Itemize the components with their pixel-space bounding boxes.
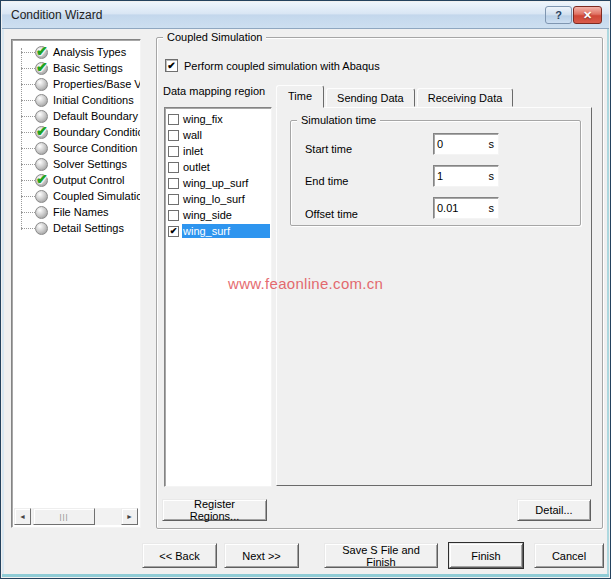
step-status-icon	[35, 62, 48, 75]
region-checkbox[interactable]	[168, 178, 179, 189]
step-status-icon	[35, 158, 48, 171]
tab-time[interactable]: Time	[276, 85, 324, 108]
tree-item-coupled-simulation[interactable]: Coupled Simulatio	[12, 188, 140, 204]
region-item-inlet[interactable]: inlet	[166, 143, 270, 159]
perform-coupled-label: Perform coupled simulation with Abaqus	[184, 60, 380, 72]
titlebar[interactable]: Condition Wizard ? ✕	[2, 2, 609, 29]
region-checkbox[interactable]	[168, 162, 179, 173]
region-item-wing-side[interactable]: wing_side	[166, 207, 270, 223]
scroll-right-button[interactable]: ►	[121, 508, 138, 525]
step-status-icon	[35, 142, 48, 155]
coupled-simulation-group-label: Coupled Simulation	[163, 31, 266, 44]
region-checkbox[interactable]: ✔	[168, 226, 179, 237]
tabstrip: Time Sending Data Receiving Data	[276, 84, 515, 107]
finish-button[interactable]: Finish	[449, 543, 523, 568]
checkmark-icon: ✔	[170, 227, 178, 236]
checkmark-icon: ✔	[167, 61, 175, 71]
offset-time-value: 0.01	[437, 202, 458, 214]
tree-item-detail-settings[interactable]: Detail Settings	[12, 220, 140, 236]
tree-item-analysis-types[interactable]: Analysis Types	[12, 44, 140, 60]
region-rows: wing_fix wall inlet outlet wing_up_surf …	[166, 111, 270, 239]
tree-item-label: Initial Conditions	[53, 94, 134, 106]
tree-item-boundary-conditions[interactable]: Boundary Conditio	[12, 124, 140, 140]
step-status-icon	[35, 78, 48, 91]
tree-item-label: Boundary Conditio	[53, 126, 141, 138]
region-label: inlet	[182, 144, 270, 158]
start-time-value: 0	[437, 138, 443, 150]
back-button[interactable]: << Back	[142, 543, 217, 568]
tree-item-label: Output Control	[53, 174, 125, 186]
step-status-icon	[35, 222, 48, 235]
scroll-grip-icon: |||	[59, 512, 68, 521]
tree-item-output-control[interactable]: Output Control	[12, 172, 140, 188]
tree-horizontal-scrollbar[interactable]: ◄ ||| ►	[14, 508, 138, 525]
region-label: wing_side	[182, 208, 270, 222]
scroll-left-button[interactable]: ◄	[14, 508, 31, 525]
region-label: wing_fix	[182, 112, 270, 126]
tree-item-default-boundary[interactable]: Default Boundary	[12, 108, 140, 124]
window-frame-left	[2, 29, 4, 577]
register-regions-button[interactable]: Register Regions...	[162, 499, 267, 521]
tab-sending-data[interactable]: Sending Data	[326, 88, 415, 107]
save-file-and-finish-button[interactable]: Save S File and Finish	[324, 543, 438, 568]
region-item-wing-surf[interactable]: ✔wing_surf	[166, 223, 270, 239]
step-status-icon	[35, 110, 48, 123]
region-label: wing_lo_surf	[182, 192, 270, 206]
tree-item-initial-conditions[interactable]: Initial Conditions	[12, 92, 140, 108]
window: Condition Wizard ? ✕ Analysis Types Basi…	[0, 0, 611, 579]
close-icon: ✕	[583, 9, 592, 22]
step-status-icon	[35, 126, 48, 139]
data-mapping-region-label: Data mapping region	[163, 85, 265, 97]
tree-item-label: Detail Settings	[53, 222, 124, 234]
next-button[interactable]: Next >>	[224, 543, 299, 568]
region-checkbox[interactable]	[168, 146, 179, 157]
step-status-icon	[35, 94, 48, 107]
region-item-outlet[interactable]: outlet	[166, 159, 270, 175]
tree-item-label: Coupled Simulatio	[53, 190, 141, 202]
tree-item-label: Analysis Types	[53, 46, 126, 58]
end-time-label: End time	[305, 175, 348, 187]
region-item-wall[interactable]: wall	[166, 127, 270, 143]
time-tab-panel: Simulation time Start time 0 s End time …	[276, 107, 592, 486]
window-frame-bottom	[2, 574, 609, 577]
step-status-icon	[35, 206, 48, 219]
step-status-icon	[35, 190, 48, 203]
start-time-field[interactable]: 0 s	[433, 133, 499, 155]
tree-item-basic-settings[interactable]: Basic Settings	[12, 60, 140, 76]
end-time-unit: s	[489, 170, 495, 182]
perform-coupled-checkbox-row[interactable]: ✔ Perform coupled simulation with Abaqus	[165, 59, 380, 72]
tree-item-label: Solver Settings	[53, 158, 127, 170]
simulation-time-group-label: Simulation time	[297, 114, 380, 127]
region-checkbox[interactable]	[168, 210, 179, 221]
offset-time-field[interactable]: 0.01 s	[433, 197, 499, 219]
tree-item-label: Default Boundary	[53, 110, 138, 122]
region-item-wing-up-surf[interactable]: wing_up_surf	[166, 175, 270, 191]
region-checkbox[interactable]	[168, 194, 179, 205]
region-checkbox[interactable]	[168, 114, 179, 125]
tree-item-solver-settings[interactable]: Solver Settings	[12, 156, 140, 172]
cancel-button[interactable]: Cancel	[534, 543, 604, 568]
end-time-field[interactable]: 1 s	[433, 165, 499, 187]
scrollbar-thumb[interactable]: |||	[33, 508, 95, 525]
region-item-wing-fix[interactable]: wing_fix	[166, 111, 270, 127]
tree-item-source-conditions[interactable]: Source Condition	[12, 140, 140, 156]
coupled-simulation-group: Coupled Simulation ✔ Perform coupled sim…	[156, 37, 603, 529]
tree-item-file-names[interactable]: File Names	[12, 204, 140, 220]
region-checkbox[interactable]	[168, 130, 179, 141]
region-label: wall	[182, 128, 270, 142]
close-button[interactable]: ✕	[573, 6, 602, 24]
help-button[interactable]: ?	[545, 6, 572, 24]
region-item-wing-lo-surf[interactable]: wing_lo_surf	[166, 191, 270, 207]
tree-item-properties-base[interactable]: Properties/Base V	[12, 76, 140, 92]
tree-item-label: Source Condition	[53, 142, 137, 154]
end-time-value: 1	[437, 170, 443, 182]
window-title: Condition Wizard	[11, 8, 102, 22]
tab-receiving-data[interactable]: Receiving Data	[417, 88, 514, 107]
region-label: wing_up_surf	[182, 176, 270, 190]
data-mapping-region-list: wing_fix wall inlet outlet wing_up_surf …	[164, 107, 272, 487]
detail-button[interactable]: Detail...	[517, 499, 591, 521]
tree-item-label: Basic Settings	[53, 62, 123, 74]
perform-coupled-checkbox[interactable]: ✔	[165, 59, 178, 72]
tree-item-label: File Names	[53, 206, 109, 218]
region-label: outlet	[182, 160, 270, 174]
